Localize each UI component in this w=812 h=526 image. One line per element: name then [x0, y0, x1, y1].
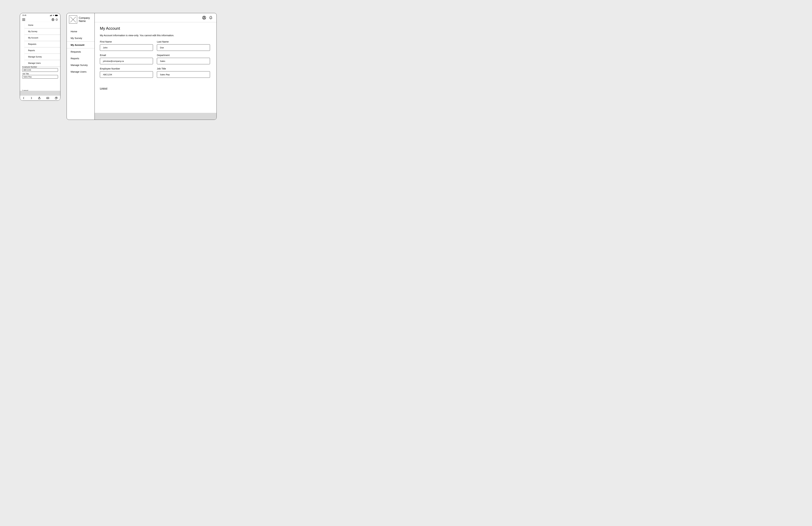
mobile-top-bar [20, 16, 60, 22]
value-department: Sales [157, 58, 210, 64]
status-time: 15:45 [22, 14, 26, 16]
mobile-input-employee-number: ABC1234 [22, 68, 58, 72]
svg-point-10 [53, 19, 54, 20]
mobile-menu-item-requests[interactable]: Requests [25, 41, 60, 47]
sidebar-item-my-survey[interactable]: My Survey [67, 35, 95, 41]
mobile-menu-item-my-survey[interactable]: My Survey [25, 28, 60, 35]
svg-rect-1 [50, 15, 51, 16]
mobile-menu-item-reports[interactable]: Reports [25, 47, 60, 54]
battery-icon [55, 15, 58, 16]
svg-rect-14 [55, 98, 57, 99]
label-first-name: First Name [100, 40, 153, 43]
chevron-left-icon[interactable] [23, 97, 25, 99]
value-employee-number: ABC1234 [100, 71, 153, 78]
top-bar [95, 13, 217, 22]
mobile-frame: 15:45 [20, 13, 60, 101]
company-name: Company Name [79, 16, 92, 23]
book-icon[interactable] [46, 97, 49, 99]
sidebar-item-reports[interactable]: Reports [67, 55, 95, 62]
share-icon[interactable] [38, 97, 41, 99]
mobile-footer-band [20, 91, 60, 96]
mobile-dropdown-menu: Home My Survey My Account Requests Repor… [25, 22, 60, 66]
value-last-name: Doe [157, 44, 210, 51]
svg-rect-4 [55, 15, 58, 16]
form-grid: First Name John Last Name Doe Email john… [100, 40, 210, 78]
sidebar-item-my-account[interactable]: My Account [67, 41, 95, 48]
svg-rect-0 [50, 16, 50, 16]
mobile-status-bar: 15:45 [20, 13, 60, 16]
sidebar-item-home[interactable]: Home [67, 28, 95, 35]
desktop-footer-band [95, 113, 217, 120]
wifi-icon [53, 15, 54, 16]
value-first-name: John [100, 44, 153, 51]
sidebar: Company Name Home My Survey My Account R… [67, 13, 95, 120]
label-department: Department [157, 54, 210, 57]
label-job-title: Job Title [157, 67, 210, 70]
logout-link[interactable]: Logout [100, 87, 107, 90]
sidebar-item-manage-survey[interactable]: Manage Survey [67, 62, 95, 68]
account-icon[interactable] [202, 16, 206, 20]
mobile-menu-item-manage-survey[interactable]: Manage Survey [25, 54, 60, 60]
account-icon[interactable] [52, 18, 54, 21]
label-last-name: Last Name [157, 40, 210, 43]
mobile-menu-item-home[interactable]: Home [25, 22, 60, 28]
mobile-bottom-bar [20, 96, 60, 101]
signal-icon [50, 15, 52, 16]
mobile-input-job-title: Sales Rep [22, 75, 58, 78]
label-employee-number: Employee Number [100, 67, 153, 70]
value-email: johndoe@company.ca [100, 58, 153, 64]
page-title: My Account [100, 26, 210, 31]
bell-icon[interactable] [209, 16, 213, 20]
svg-rect-3 [51, 15, 52, 16]
desktop-frame: Company Name Home My Survey My Account R… [67, 13, 217, 120]
svg-rect-5 [58, 15, 58, 16]
label-email: Email [100, 54, 153, 57]
page-subtitle: My Account information is view-only. You… [100, 34, 210, 37]
hamburger-icon[interactable] [22, 18, 25, 21]
mobile-content: Employee Number ABC1234 Job Title Sales … [20, 66, 60, 78]
svg-point-16 [204, 17, 205, 17]
logo-row: Company Name [67, 15, 95, 28]
sidebar-item-manage-users[interactable]: Manage Users [67, 68, 95, 75]
svg-rect-2 [51, 15, 51, 16]
main-area: My Account My Account information is vie… [95, 13, 217, 120]
mobile-menu-item-manage-users[interactable]: Manage Users [25, 60, 60, 66]
mobile-label-job-title: Job Title [22, 73, 58, 75]
logo-placeholder-icon [69, 15, 77, 24]
value-job-title: Sales Rep [157, 71, 210, 78]
sidebar-item-requests[interactable]: Requests [67, 48, 95, 55]
mobile-menu-item-my-account[interactable]: My Account [25, 35, 60, 41]
tabs-icon[interactable] [55, 97, 57, 99]
page-body: My Account My Account information is vie… [95, 22, 217, 120]
sidebar-nav: Home My Survey My Account Requests Repor… [67, 28, 95, 75]
chevron-right-icon[interactable] [30, 97, 32, 99]
bell-icon[interactable] [55, 18, 58, 21]
